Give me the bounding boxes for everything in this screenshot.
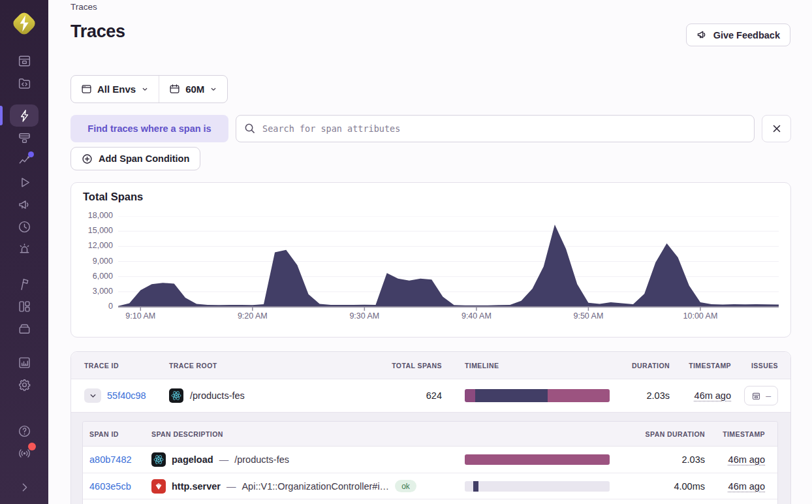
spans-table-header: SPAN ID SPAN DESCRIPTION SPAN DURATION T… — [83, 422, 777, 447]
trace-row: 55f40c98 /products-fes 624 2.03s 46m a — [71, 379, 790, 412]
page-title: Traces — [70, 22, 125, 42]
sidebar-item-feedback[interactable] — [10, 193, 39, 215]
span-description: Api::V1::OrganizationController#i… — [242, 481, 389, 492]
x-tick-label: 9:20 AM — [238, 311, 268, 321]
x-tick-label: 9:30 AM — [349, 311, 379, 321]
col-span-timestamp: TIMESTAMP — [705, 430, 765, 438]
calendar-icon — [169, 84, 180, 95]
add-span-condition-button[interactable]: Add Span Condition — [70, 147, 200, 170]
main-content: Traces Traces Give Feedback All Envs 60M… — [48, 0, 812, 504]
y-tick-label: 15,000 — [71, 226, 113, 235]
span-duration-bar — [465, 454, 610, 465]
col-trace-root: TRACE ROOT — [169, 362, 367, 370]
sidebar-item-whats-new[interactable] — [10, 442, 39, 464]
col-span-duration: SPAN DURATION — [610, 430, 705, 438]
time-range-filter-button[interactable]: 60M — [159, 76, 227, 102]
col-span-id: SPAN ID — [89, 430, 151, 438]
span-search-row: Find traces where a span is — [70, 115, 791, 142]
sidebar-item-alerts[interactable] — [10, 238, 39, 260]
x-tick-label: 10:00 AM — [683, 311, 718, 321]
chart-x-labels: 9:10 AM9:20 AM9:30 AM9:40 AM9:50 AM10:00… — [118, 311, 779, 322]
sidebar-item-help[interactable] — [10, 420, 39, 442]
traces-table-header: TRACE ID TRACE ROOT TOTAL SPANS TIMELINE… — [71, 352, 790, 379]
time-range-filter-value: 60M — [185, 84, 204, 95]
chart-title: Total Spans — [83, 191, 143, 203]
sidebar-item-issues[interactable] — [10, 50, 39, 72]
separator: — — [226, 481, 236, 492]
sidebar-collapse[interactable] — [10, 476, 39, 498]
sidebar-item-projects[interactable] — [10, 317, 39, 339]
span-duration-bar — [465, 481, 610, 492]
separator: — — [219, 454, 229, 465]
trace-expander-button[interactable] — [84, 388, 101, 403]
span-attributes-search-input[interactable] — [236, 115, 755, 142]
trace-duration-value: 2.03s — [610, 390, 670, 401]
span-id-link[interactable]: 4603e5cb — [89, 481, 151, 492]
sentry-logo[interactable] — [10, 9, 39, 50]
settings-icon — [17, 377, 32, 392]
sidebar-item-releases[interactable] — [10, 215, 39, 238]
col-span-description: SPAN DESCRIPTION — [151, 430, 465, 438]
nav-group-tools — [10, 351, 39, 396]
trace-timeline-bar — [465, 389, 610, 402]
total-spans-value: 624 — [367, 390, 442, 401]
releases-icon — [17, 219, 32, 234]
profiling-icon — [17, 131, 32, 146]
window-icon — [81, 84, 92, 95]
alerts-icon — [17, 242, 32, 257]
trace-id-link[interactable]: 55f40c98 — [107, 390, 146, 401]
span-row: a80b7482 pageload — /products — [83, 447, 777, 473]
close-icon — [771, 123, 783, 134]
issues-count: – — [766, 390, 771, 401]
sidebar-item-insights[interactable] — [10, 149, 39, 171]
stats-icon — [17, 355, 32, 370]
span-duration-value: 4.00ms — [610, 481, 705, 492]
explore-icon — [17, 76, 32, 91]
col-issues: ISSUES — [742, 362, 778, 370]
breadcrumb[interactable]: Traces — [70, 2, 97, 12]
col-timeline: TIMELINE — [442, 362, 610, 370]
sidebar-item-flags[interactable] — [10, 273, 39, 295]
trace-issues-button[interactable]: – — [744, 386, 778, 405]
span-row: 4603e5cb http.server — Api::V1::Organiza… — [83, 473, 777, 499]
y-tick-label: 9,000 — [71, 257, 113, 266]
plus-circle-icon — [82, 153, 93, 165]
sidebar-item-profiling[interactable] — [10, 127, 39, 149]
sidebar-item-settings[interactable] — [10, 373, 39, 396]
environment-filter-value: All Envs — [97, 84, 136, 95]
sidebar — [0, 0, 48, 504]
give-feedback-button[interactable]: Give Feedback — [686, 24, 790, 46]
sidebar-item-stats[interactable] — [10, 351, 39, 373]
dashboards-icon — [17, 299, 32, 314]
sidebar-item-traces[interactable] — [10, 104, 39, 127]
span-duration-value: 2.03s — [610, 454, 705, 465]
add-span-condition-label: Add Span Condition — [99, 153, 189, 164]
span-id-link[interactable]: a80b7482 — [89, 454, 151, 465]
clear-search-button[interactable] — [762, 115, 791, 142]
active-nav-indicator — [0, 106, 3, 125]
chart-y-labels: 18,000 15,000 12,000 9,000 6,000 3,000 0 — [71, 216, 113, 313]
x-tick-label: 9:50 AM — [573, 311, 603, 321]
chevron-down-icon — [89, 392, 97, 400]
trace-root-label: /products-fes — [190, 390, 245, 401]
sidebar-item-replays[interactable] — [10, 171, 39, 193]
y-tick-label: 12,000 — [71, 241, 113, 250]
sidebar-item-explore[interactable] — [10, 72, 39, 94]
span-status-badge: ok — [395, 480, 416, 492]
col-duration: DURATION — [610, 362, 670, 370]
col-timestamp: TIMESTAMP — [670, 362, 742, 370]
insights-notification-dot — [28, 151, 34, 157]
span-timestamp: 46m ago — [728, 481, 765, 492]
megaphone-icon — [696, 29, 708, 40]
search-icon — [244, 123, 255, 134]
y-tick-label: 0 — [71, 302, 113, 311]
environment-filter-button[interactable]: All Envs — [71, 76, 159, 102]
y-tick-label: 6,000 — [71, 272, 113, 281]
x-tick-label: 9:40 AM — [461, 311, 492, 321]
react-icon — [151, 452, 166, 467]
search-box — [236, 115, 755, 142]
traces-icon — [17, 108, 32, 123]
traces-table: TRACE ID TRACE ROOT TOTAL SPANS TIMELINE… — [70, 351, 791, 504]
chevron-down-icon — [141, 86, 149, 93]
sidebar-item-dashboards[interactable] — [10, 295, 39, 317]
